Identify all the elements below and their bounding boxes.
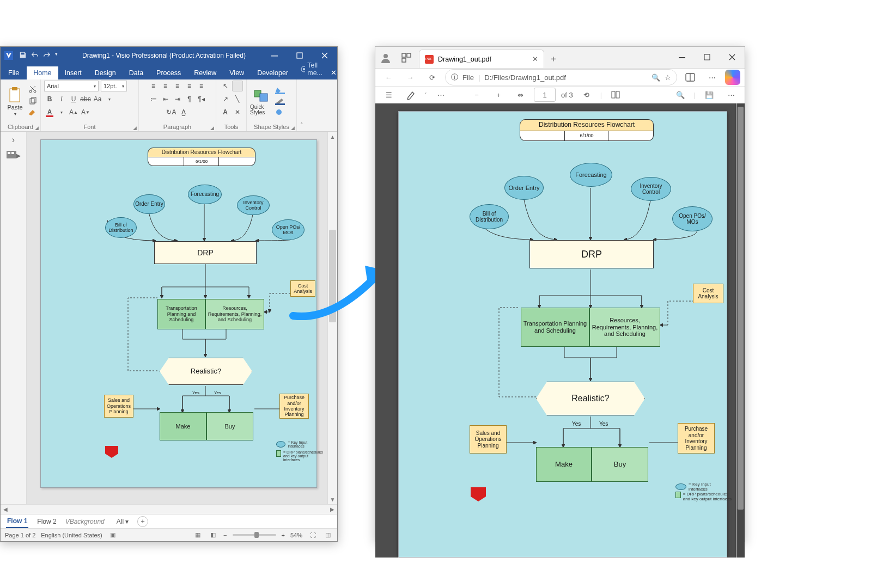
copilot-icon[interactable] xyxy=(725,70,740,85)
zoom-indicator-icon[interactable]: 🔍 xyxy=(652,74,660,82)
status-language[interactable]: English (United States) xyxy=(41,532,102,538)
text-tool-icon[interactable]: A xyxy=(220,107,231,118)
font-name-combo[interactable]: Arial▾ xyxy=(44,81,99,91)
cut-icon[interactable] xyxy=(28,85,37,95)
align-center-icon[interactable]: ≡ xyxy=(160,81,171,91)
fill-color-icon[interactable] xyxy=(275,87,285,95)
tool-square-icon[interactable] xyxy=(232,81,243,91)
save-pdf-icon[interactable]: 💾 xyxy=(701,87,717,103)
scroll-left-icon[interactable]: ◀ xyxy=(1,505,10,514)
edge-maximize-button[interactable] xyxy=(695,46,720,68)
underline-button[interactable]: U xyxy=(68,94,79,105)
node-drp[interactable]: DRP xyxy=(154,241,257,264)
tab-developer[interactable]: Developer xyxy=(251,66,295,79)
node-sales-ops[interactable]: Sales and Operations Planning xyxy=(104,395,133,418)
tab-review[interactable]: Review xyxy=(187,66,223,79)
edge-minimize-button[interactable] xyxy=(669,46,695,68)
pdf-vscroll-thumb[interactable] xyxy=(738,107,744,510)
tab-home[interactable]: Home xyxy=(27,66,58,79)
paste-button[interactable]: Paste ▾ xyxy=(4,87,26,117)
toolbar-more-icon[interactable]: ⋯ xyxy=(433,87,449,103)
align-middle-icon[interactable]: ≡ xyxy=(196,81,207,91)
tell-me[interactable]: Tell me... xyxy=(295,59,331,79)
bold-button[interactable]: B xyxy=(44,94,55,105)
settings-more-icon[interactable]: ⋯ xyxy=(703,69,721,86)
pan-zoom-icon[interactable]: ◧ xyxy=(208,530,218,540)
profile-icon[interactable] xyxy=(375,47,396,68)
pdf-more-icon[interactable]: ⋯ xyxy=(723,87,739,103)
scroll-down-icon[interactable]: ▼ xyxy=(328,494,337,504)
italic-button[interactable]: I xyxy=(56,94,67,105)
node-transport[interactable]: Transportation Planning and Scheduling xyxy=(157,299,205,329)
format-painter-icon[interactable] xyxy=(28,109,37,119)
find-icon[interactable]: 🔍 xyxy=(672,87,689,103)
highlight-more-icon[interactable]: ˅ xyxy=(424,92,427,97)
quick-styles-button[interactable]: Quick Styles xyxy=(250,88,273,115)
tab-close-icon[interactable]: ✕ xyxy=(532,55,538,63)
pointer-tool-icon[interactable]: ↖ xyxy=(220,81,231,91)
shapes-pane-expand-icon[interactable]: › xyxy=(12,135,15,145)
highlight-icon[interactable] xyxy=(403,87,419,103)
node-open-pos[interactable]: Open POs/ MOs xyxy=(272,219,305,240)
vscroll-thumb[interactable] xyxy=(329,230,336,322)
browser-tab[interactable]: Drawing1_out.pdf ✕ xyxy=(419,50,544,68)
visio-hscrollbar[interactable]: ◀ ▶ xyxy=(1,504,337,514)
macro-record-icon[interactable]: ▣ xyxy=(108,530,118,540)
ribbon-close-icon[interactable]: ✕ xyxy=(331,66,337,79)
forward-button[interactable]: → xyxy=(401,69,419,86)
visio-page[interactable]: Distribution Resources Flowchart 6/1/00 … xyxy=(40,139,317,488)
node-order-entry[interactable]: Order Entry xyxy=(133,194,165,214)
node-buy[interactable]: Buy xyxy=(206,412,253,440)
stencil-icon[interactable]: ▸ xyxy=(7,150,21,161)
line-color-icon[interactable] xyxy=(275,97,285,106)
strike-button[interactable]: abc xyxy=(80,94,91,105)
text-block-icon[interactable]: A̲ xyxy=(178,107,189,118)
new-tab-button[interactable]: ＋ xyxy=(544,50,563,68)
pdf-viewport[interactable]: Distribution Resources Flowchart 6/1/00 … xyxy=(375,103,745,558)
tab-file[interactable]: File xyxy=(1,66,27,79)
refresh-button[interactable]: ⟳ xyxy=(423,69,441,86)
scroll-up-icon[interactable]: ▲ xyxy=(328,132,337,142)
presentation-mode-icon[interactable]: ▦ xyxy=(193,530,203,540)
sheet-flow1[interactable]: Flow 1 xyxy=(6,515,28,528)
align-top-icon[interactable]: ≡ xyxy=(184,81,195,91)
rtl-icon[interactable]: ¶◂ xyxy=(196,94,207,105)
visio-vscrollbar[interactable]: ▲ ▼ xyxy=(327,132,337,504)
switch-windows-icon[interactable]: ◫ xyxy=(323,530,333,540)
zoom-level[interactable]: 54% xyxy=(290,532,302,538)
rotate-icon[interactable]: ⟲ xyxy=(579,87,595,103)
site-info-icon[interactable]: ⓘ xyxy=(451,72,458,82)
shrink-font-button[interactable]: A▼ xyxy=(80,107,91,118)
tab-data[interactable]: Data xyxy=(123,66,150,79)
contents-icon[interactable]: ☰ xyxy=(381,87,397,103)
favorite-icon[interactable]: ☆ xyxy=(665,74,671,82)
zoom-out-icon[interactable]: − xyxy=(468,87,485,103)
qat-customize-icon[interactable]: ▾ xyxy=(55,51,64,60)
page-number-input[interactable]: 1 xyxy=(534,88,556,102)
node-purchase[interactable]: Purchase and/or Inventory Planning xyxy=(279,394,309,419)
grow-font-button[interactable]: A▲ xyxy=(68,107,79,118)
paragraph-mark-icon[interactable]: ¶ xyxy=(184,94,195,105)
line-tool-icon[interactable]: ╲ xyxy=(232,94,243,105)
undo-icon[interactable] xyxy=(31,51,40,60)
node-inventory-control[interactable]: Inventory Control xyxy=(237,195,270,215)
node-forecasting[interactable]: Forecasting xyxy=(188,185,222,204)
sheet-vbackground[interactable]: VBackground xyxy=(65,518,105,525)
effects-icon[interactable] xyxy=(275,108,285,117)
workspaces-icon[interactable] xyxy=(396,47,417,68)
pdf-vscrollbar[interactable] xyxy=(736,103,745,558)
zoom-out-button[interactable]: − xyxy=(223,532,227,538)
back-button[interactable]: ← xyxy=(380,69,397,86)
zoom-slider[interactable] xyxy=(233,534,276,536)
node-resources[interactable]: Resources, Requirements, Planning, and S… xyxy=(205,299,264,329)
pdf-page[interactable]: Distribution Resources Flowchart 6/1/00 … xyxy=(398,111,727,558)
text-case-button[interactable]: Aa xyxy=(92,94,103,105)
tab-design[interactable]: Design xyxy=(88,66,123,79)
align-left-icon[interactable]: ≡ xyxy=(148,81,159,91)
node-make[interactable]: Make xyxy=(160,412,206,440)
visio-titlebar[interactable]: ▾ Drawing1 - Visio Professional (Product… xyxy=(1,47,337,64)
connector-tool-icon[interactable]: ↗ xyxy=(220,94,231,105)
crop-tool-icon[interactable]: ✕ xyxy=(232,107,243,118)
tab-process[interactable]: Process xyxy=(150,66,187,79)
align-right-icon[interactable]: ≡ xyxy=(172,81,183,91)
